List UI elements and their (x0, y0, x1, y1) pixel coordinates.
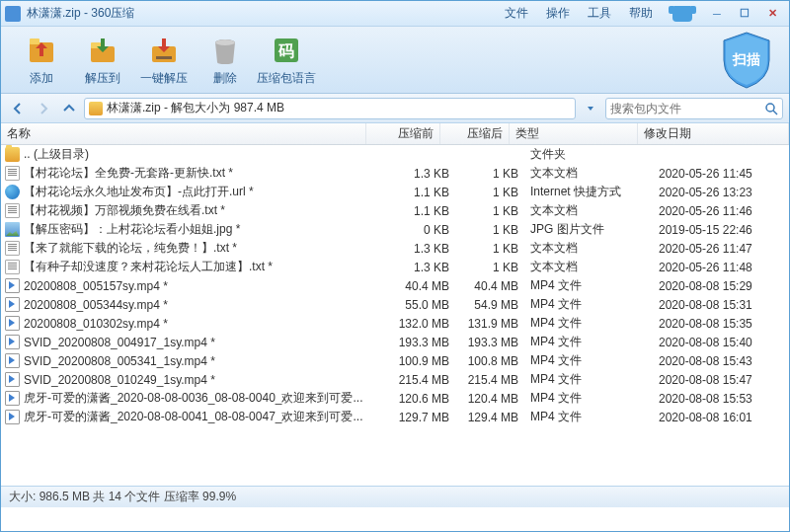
file-date: 2020-08-08 15:53 (653, 392, 789, 406)
file-date: 2020-05-26 13:23 (653, 186, 789, 199)
svg-point-7 (215, 39, 235, 45)
col-before[interactable]: 压缩前 (366, 123, 440, 144)
extract-icon (85, 33, 120, 68)
file-size-before: 215.4 MB (381, 373, 455, 387)
jpg-icon (5, 222, 20, 237)
file-name: 【有种子却没速度？来村花论坛人工加速】.txt * (24, 259, 381, 275)
txt-icon (5, 166, 20, 181)
txt-icon (5, 260, 20, 274)
status-bar: 大小: 986.5 MB 共 14 个文件 压缩率 99.9% (1, 486, 789, 507)
path-box[interactable]: 林潇潇.zip - 解包大小为 987.4 MB (84, 98, 576, 119)
file-date: 2020-05-26 11:45 (653, 167, 789, 181)
file-date: 2020-05-26 11:46 (653, 204, 789, 218)
menu-operation[interactable]: 操作 (546, 5, 570, 22)
forward-button[interactable] (33, 98, 54, 119)
file-name: SVID_20200808_010249_1sy.mp4 * (24, 373, 381, 387)
file-row[interactable]: 虎牙-可爱的潇酱_2020-08-08-0041_08-08-0047_欢迎来到… (1, 408, 789, 426)
file-size-before: 40.4 MB (381, 279, 455, 293)
file-name: 【村花论坛永久地址发布页】-点此打开.url * (24, 184, 381, 200)
file-type: MP4 文件 (524, 334, 653, 350)
file-size-after: 193.3 MB (455, 336, 524, 349)
delete-icon (207, 33, 243, 68)
file-type: MP4 文件 (524, 390, 653, 407)
file-type: 文本文档 (524, 165, 653, 182)
close-button[interactable]: ✕ (759, 5, 785, 23)
menu-tool[interactable]: 工具 (588, 5, 611, 22)
file-list[interactable]: .. (上级目录)文件夹【村花论坛】全免费-无套路-更新快.txt *1.3 K… (1, 145, 789, 486)
file-row[interactable]: 20200808_005344sy.mp4 *55.0 MB54.9 MBMP4… (1, 295, 789, 314)
file-size-before: 1.3 KB (381, 261, 455, 274)
window-controls: ─ ☐ ✕ (704, 5, 785, 23)
mp4-icon (5, 335, 20, 349)
file-size-before: 1.3 KB (381, 242, 455, 256)
skin-icon[interactable] (672, 6, 692, 22)
svg-rect-1 (30, 38, 40, 44)
file-row[interactable]: 【村花论坛】全免费-无套路-更新快.txt *1.3 KB1 KB文本文档202… (1, 164, 789, 183)
extract-to-button[interactable]: 解压到 (72, 33, 133, 87)
search-icon[interactable] (764, 102, 778, 115)
svg-line-12 (773, 111, 777, 114)
maximize-button[interactable]: ☐ (732, 5, 757, 23)
minimize-button[interactable]: ─ (704, 5, 730, 23)
url-icon (5, 185, 20, 199)
path-dropdown-button[interactable] (580, 98, 601, 119)
txt-icon (5, 241, 20, 256)
menu-file[interactable]: 文件 (505, 5, 528, 22)
file-name: 【村花论坛】全免费-无套路-更新快.txt * (24, 165, 381, 182)
column-headers: 名称 压缩前 压缩后 类型 修改日期 (1, 123, 789, 145)
pkg-lang-button[interactable]: 码 压缩包语言 (256, 33, 317, 87)
file-name: 【解压密码】：上村花论坛看小姐姐.jpg * (24, 221, 381, 238)
file-row[interactable]: SVID_20200808_005341_1sy.mp4 *100.9 MB10… (1, 351, 789, 370)
up-button[interactable] (58, 98, 80, 119)
archive-icon (89, 102, 103, 115)
col-name[interactable]: 名称 (1, 123, 366, 144)
file-row[interactable]: SVID_20200808_004917_1sy.mp4 *193.3 MB19… (1, 333, 789, 351)
delete-button[interactable]: 删除 (195, 33, 256, 87)
one-click-label: 一键解压 (140, 70, 188, 87)
file-type: 文本文档 (524, 240, 653, 257)
one-click-extract-button[interactable]: 一键解压 (133, 33, 195, 87)
file-name: 20200808_005344sy.mp4 * (24, 298, 381, 312)
file-size-after: 1 KB (455, 204, 524, 218)
file-row[interactable]: 【来了就能下载的论坛，纯免费！】.txt *1.3 KB1 KB文本文档2020… (1, 239, 789, 258)
menu-help[interactable]: 帮助 (629, 5, 653, 22)
add-button[interactable]: 添加 (11, 33, 72, 87)
col-date[interactable]: 修改日期 (638, 123, 789, 144)
file-size-before: 120.6 MB (381, 392, 455, 406)
file-type: MP4 文件 (524, 277, 653, 294)
file-type: Internet 快捷方式 (524, 184, 653, 200)
file-row[interactable]: SVID_20200808_010249_1sy.mp4 *215.4 MB21… (1, 370, 789, 389)
file-size-after: 1 KB (455, 242, 524, 256)
file-size-after: 1 KB (455, 223, 524, 237)
scan-button[interactable]: 扫描 (718, 31, 775, 90)
file-size-after: 131.9 MB (455, 317, 524, 331)
file-size-before: 0 KB (381, 223, 455, 237)
search-input[interactable] (610, 102, 764, 115)
mp4-icon (5, 316, 20, 331)
path-text: 林潇潇.zip - 解包大小为 987.4 MB (107, 100, 284, 116)
search-box[interactable] (605, 98, 783, 119)
back-button[interactable] (7, 98, 29, 119)
file-row[interactable]: 【村花论坛永久地址发布页】-点此打开.url *1.1 KB1 KBIntern… (1, 183, 789, 201)
file-row[interactable]: 虎牙-可爱的潇酱_2020-08-08-0036_08-08-0040_欢迎来到… (1, 389, 789, 408)
file-row[interactable]: 【村花视频】万部视频免费在线看.txt *1.1 KB1 KB文本文档2020-… (1, 201, 789, 220)
file-type: 文本文档 (524, 259, 653, 275)
status-text: 大小: 986.5 MB 共 14 个文件 压缩率 99.9% (9, 489, 236, 505)
file-row[interactable]: 【有种子却没速度？来村花论坛人工加速】.txt *1.3 KB1 KB文本文档2… (1, 258, 789, 276)
file-type: MP4 文件 (524, 315, 653, 332)
file-size-after: 120.4 MB (455, 392, 524, 406)
file-size-before: 1.1 KB (381, 186, 455, 199)
file-row[interactable]: 20200808_005157sy.mp4 *40.4 MB40.4 MBMP4… (1, 276, 789, 295)
navbar: 林潇潇.zip - 解包大小为 987.4 MB (1, 94, 789, 123)
file-name: 【来了就能下载的论坛，纯免费！】.txt * (24, 240, 381, 257)
file-row[interactable]: 【解压密码】：上村花论坛看小姐姐.jpg *0 KB1 KBJPG 图片文件20… (1, 220, 789, 239)
file-type: JPG 图片文件 (524, 221, 653, 238)
file-row[interactable]: 20200808_010302sy.mp4 *132.0 MB131.9 MBM… (1, 314, 789, 333)
file-name: 20200808_005157sy.mp4 * (24, 279, 381, 293)
col-after[interactable]: 压缩后 (440, 123, 510, 144)
file-size-before: 1.3 KB (381, 167, 455, 181)
col-type[interactable]: 类型 (510, 123, 638, 144)
file-row[interactable]: .. (上级目录)文件夹 (1, 145, 789, 164)
extract-to-label: 解压到 (85, 70, 120, 87)
file-type: MP4 文件 (524, 352, 653, 369)
